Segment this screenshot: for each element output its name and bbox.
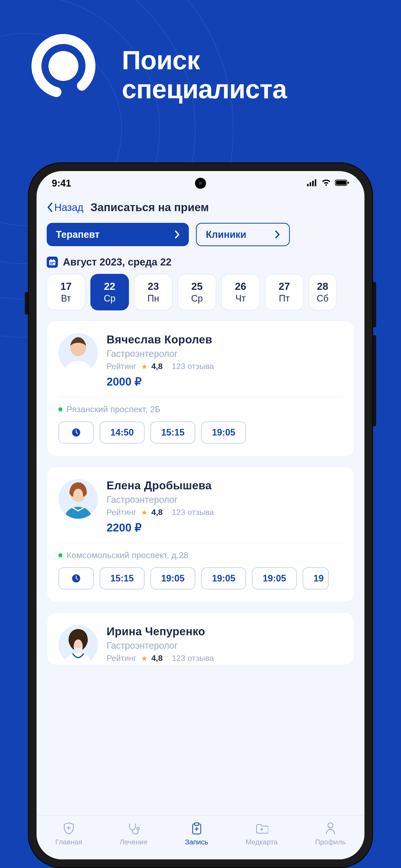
current-date-label: Август 2023, среда 22 bbox=[63, 256, 172, 268]
divider bbox=[58, 542, 343, 543]
filter-pill-row: Терапевт Клиники bbox=[36, 223, 365, 256]
tab-booking-label: Запись bbox=[185, 838, 208, 846]
date-chip[interactable]: 17 Вт bbox=[47, 274, 85, 310]
time-slot[interactable]: 19:05 bbox=[201, 421, 246, 444]
doctor-avatar bbox=[58, 479, 98, 519]
time-slot[interactable]: 19 bbox=[303, 567, 329, 590]
doctor-avatar bbox=[58, 625, 98, 665]
nav-header: Назад Записаться на прием bbox=[36, 195, 365, 223]
doctor-card[interactable]: Вячеслав Королев Гастроэнтеролог Рейтинг… bbox=[47, 320, 354, 456]
date-num: 17 bbox=[60, 281, 72, 292]
online-dot-icon bbox=[58, 553, 62, 557]
bottom-tab-bar: Главная Лечение Запись Медкарта bbox=[36, 815, 365, 859]
time-filter-button[interactable] bbox=[58, 421, 94, 444]
date-num: 28 bbox=[317, 281, 329, 292]
folder-plus-icon bbox=[254, 821, 269, 836]
back-label: Назад bbox=[54, 202, 84, 213]
date-dow: Чт bbox=[236, 293, 246, 304]
tab-home[interactable]: Главная bbox=[55, 821, 83, 846]
star-icon: ★ bbox=[141, 363, 148, 371]
battery-icon bbox=[335, 179, 349, 187]
time-slot[interactable]: 15:15 bbox=[150, 421, 195, 444]
doctor-specialty: Гастроэнтеролог bbox=[106, 494, 214, 505]
date-num: 25 bbox=[191, 281, 203, 292]
tab-booking[interactable]: Запись bbox=[185, 821, 208, 846]
review-count: 123 отзыва bbox=[172, 654, 214, 663]
tab-medcard[interactable]: Медкарта bbox=[246, 821, 278, 846]
online-dot-icon bbox=[58, 407, 62, 411]
svg-point-25 bbox=[137, 827, 139, 830]
date-dow: Вт bbox=[61, 293, 71, 304]
doctor-address: Комсомольский проспект, д.28 bbox=[66, 550, 188, 560]
date-dow: Ср bbox=[104, 293, 116, 304]
shield-plus-icon bbox=[62, 821, 76, 836]
doctor-price: 2200 ₽ bbox=[106, 521, 214, 534]
stethoscope-icon bbox=[126, 821, 141, 836]
current-date-row: Август 2023, среда 22 bbox=[36, 256, 365, 274]
time-slot[interactable]: 19:05 bbox=[201, 567, 246, 590]
marketing-line2: специалиста bbox=[122, 74, 287, 103]
time-slot[interactable]: 14:50 bbox=[99, 421, 145, 444]
date-num: 26 bbox=[235, 281, 246, 292]
time-filter-button[interactable] bbox=[58, 567, 94, 590]
clinics-filter-label: Клиники bbox=[206, 229, 246, 240]
svg-rect-16 bbox=[52, 264, 53, 265]
review-count: 123 отзыва bbox=[172, 362, 214, 371]
address-row: Комсомольский проспект, д.28 bbox=[58, 550, 343, 560]
tab-profile[interactable]: Профиль bbox=[315, 821, 346, 846]
rating-label: Рейтинг bbox=[106, 362, 136, 371]
signal-icon bbox=[307, 179, 317, 187]
rating-label: Рейтинг bbox=[106, 654, 136, 663]
doctor-card[interactable]: Ирина Чепуренко Гастроэнтеролог Рейтинг … bbox=[47, 613, 354, 665]
date-chip[interactable]: 28 Сб bbox=[309, 274, 337, 310]
date-chip[interactable]: 27 Пт bbox=[265, 274, 304, 310]
time-slot-row: 14:50 15:15 19:05 bbox=[58, 421, 343, 444]
clinics-filter-button[interactable]: Клиники bbox=[196, 223, 290, 246]
date-chip[interactable]: 26 Чт bbox=[221, 274, 260, 310]
clock-icon bbox=[71, 574, 81, 583]
time-slot[interactable]: 19:05 bbox=[252, 567, 297, 590]
svg-rect-13 bbox=[52, 262, 53, 263]
doctor-card[interactable]: Елена Дробышева Гастроэнтеролог Рейтинг … bbox=[47, 466, 354, 602]
marketing-line1: Поиск bbox=[122, 46, 287, 74]
svg-rect-15 bbox=[50, 264, 52, 265]
tab-treatment[interactable]: Лечение bbox=[120, 821, 148, 846]
date-chip[interactable]: 25 Ср bbox=[178, 274, 216, 310]
tab-treatment-label: Лечение bbox=[120, 838, 148, 846]
specialty-filter-button[interactable]: Терапевт bbox=[47, 223, 189, 246]
svg-rect-2 bbox=[310, 182, 311, 186]
doctor-name: Вячеслав Королев bbox=[106, 333, 214, 346]
app-logo bbox=[28, 30, 99, 101]
date-chip-active[interactable]: 22 Ср bbox=[90, 274, 129, 310]
date-chip[interactable]: 23 Пн bbox=[134, 274, 173, 310]
svg-point-28 bbox=[328, 823, 333, 828]
svg-rect-7 bbox=[348, 182, 349, 184]
specialty-filter-label: Терапевт bbox=[56, 229, 99, 240]
content-fade bbox=[36, 796, 365, 816]
doctor-address: Рязанский проспект, 2Б bbox=[66, 404, 160, 414]
back-button[interactable]: Назад bbox=[47, 202, 84, 213]
doctor-specialty: Гастроэнтеролог bbox=[106, 348, 214, 359]
clock-icon bbox=[71, 428, 81, 437]
date-num: 22 bbox=[104, 281, 116, 292]
doctor-specialty: Гастроэнтеролог bbox=[106, 640, 214, 651]
svg-rect-12 bbox=[50, 262, 52, 263]
date-dow: Ср bbox=[191, 293, 203, 304]
svg-rect-6 bbox=[336, 181, 346, 185]
phone-device: 9:41 Назад Записаться на прием bbox=[28, 162, 373, 868]
date-scroller[interactable]: 17 Вт 22 Ср 23 Пн 25 Ср 26 Чт 27 Пт bbox=[36, 274, 365, 320]
marketing-headline: Поиск специалиста bbox=[122, 46, 287, 104]
time-slot[interactable]: 19:05 bbox=[150, 567, 195, 590]
doctor-name: Ирина Чепуренко bbox=[106, 625, 214, 638]
doctor-avatar bbox=[58, 333, 98, 373]
doctor-price: 2000 ₽ bbox=[106, 375, 214, 388]
chevron-right-icon bbox=[175, 230, 180, 239]
phone-button-right-2 bbox=[373, 335, 376, 426]
rating-label: Рейтинг bbox=[106, 507, 136, 517]
star-icon: ★ bbox=[141, 655, 148, 662]
time-slot[interactable]: 15:15 bbox=[99, 567, 145, 590]
rating-value: 4,8 bbox=[151, 362, 162, 371]
review-count: 123 отзыва bbox=[172, 507, 214, 517]
svg-rect-10 bbox=[51, 259, 51, 261]
phone-button-right-1 bbox=[373, 282, 376, 328]
